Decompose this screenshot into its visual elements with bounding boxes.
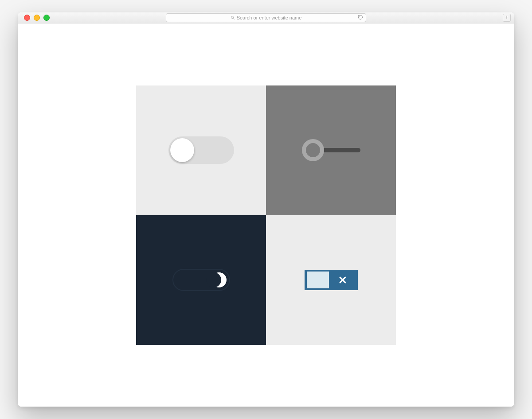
moon-icon [211, 272, 227, 287]
window-controls [24, 15, 50, 21]
toggle-block[interactable] [305, 270, 358, 290]
toggle-block-off-indicator [329, 275, 356, 284]
reload-button[interactable] [358, 15, 363, 20]
cell-dark-toggle [136, 215, 266, 345]
reload-icon [358, 15, 363, 20]
cell-block-toggle [266, 215, 396, 345]
viewport [18, 23, 514, 407]
toggle-classic[interactable] [168, 136, 234, 164]
address-bar[interactable]: Search or enter website name [166, 13, 366, 22]
new-tab-button[interactable]: + [503, 14, 511, 22]
cell-ring-toggle [266, 85, 396, 215]
svg-point-0 [231, 16, 233, 19]
cell-classic-toggle [136, 85, 266, 215]
close-icon [338, 275, 347, 284]
browser-window: Search or enter website name + [18, 12, 514, 407]
demo-grid [136, 85, 396, 345]
svg-line-1 [233, 18, 235, 19]
toggle-dark-mode[interactable] [172, 269, 230, 291]
close-window-button[interactable] [24, 15, 30, 21]
search-icon [231, 16, 235, 20]
toggle-block-knob [306, 271, 329, 289]
minimize-window-button[interactable] [34, 15, 40, 21]
address-placeholder: Search or enter website name [237, 15, 302, 20]
toggle-ring[interactable] [302, 138, 360, 163]
toggle-classic-knob [170, 138, 194, 162]
titlebar: Search or enter website name + [18, 12, 514, 23]
toggle-ring-knob [302, 139, 324, 161]
zoom-window-button[interactable] [43, 15, 50, 21]
